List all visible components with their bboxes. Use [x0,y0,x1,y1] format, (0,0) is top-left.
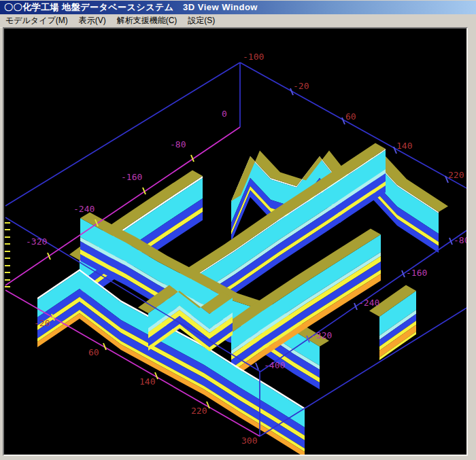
3d-view-canvas[interactable] [3,27,468,456]
app-window: { "window": { "title": "〇〇化学工場 地盤データベースシ… [0,0,476,460]
menu-analysis-support[interactable]: 解析支援機能(C) [112,14,183,28]
window-frame-bottom [0,456,476,460]
menu-view[interactable]: 表示(V) [73,14,112,28]
window-title: 〇〇化学工場 地盤データベースシステム 3D View Window [4,1,258,14]
menu-settings[interactable]: 設定(S) [182,14,220,28]
window-frame-right [468,27,476,460]
menu-bar: モデルタイプ(M) 表示(V) 解析支援機能(C) 設定(S) [0,14,476,28]
menu-model-type[interactable]: モデルタイプ(M) [0,14,73,28]
title-bar[interactable]: 〇〇化学工場 地盤データベースシステム 3D View Window [0,1,476,14]
